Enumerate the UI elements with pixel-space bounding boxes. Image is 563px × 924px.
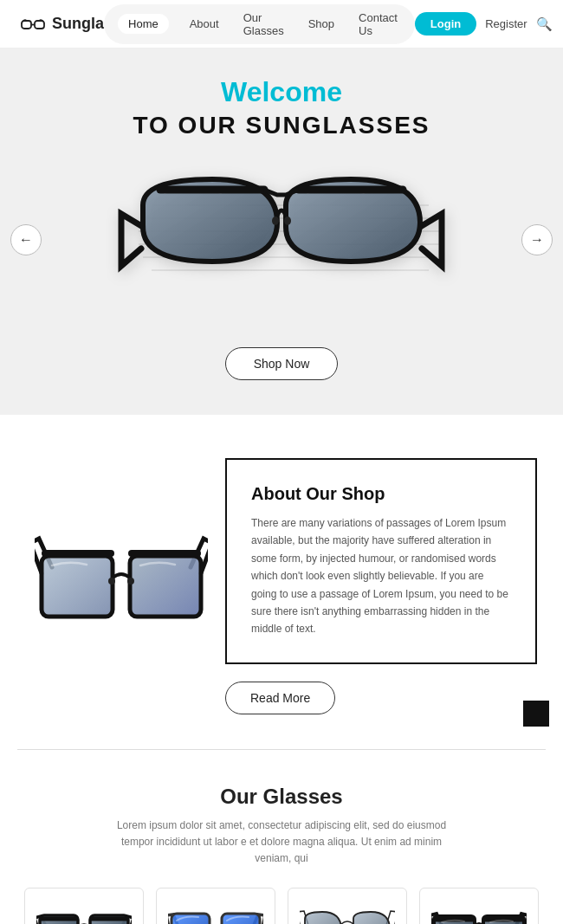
- about-glasses-image: [35, 517, 208, 656]
- glasses-section-subtitle: Lorem ipsum dolor sit amet, consectetur …: [108, 817, 455, 868]
- glasses-img-2: [168, 902, 263, 924]
- nav-contact[interactable]: Contact Us: [355, 10, 401, 39]
- about-text: There are many variations of passages of…: [251, 514, 511, 638]
- glasses-img-3: [300, 902, 395, 924]
- register-button[interactable]: Register: [485, 17, 527, 30]
- svg-point-13: [127, 578, 134, 585]
- about-corner-decoration: [523, 701, 549, 727]
- glasses-card-1[interactable]: $50 Sunglasses: [24, 888, 144, 924]
- login-button[interactable]: Login: [415, 12, 476, 36]
- about-glasses-area: [26, 517, 217, 656]
- logo[interactable]: Sungla: [21, 15, 104, 34]
- nav-right: Login Register 🔍: [415, 12, 553, 36]
- glasses-grid: $50 Sunglasses: [17, 888, 546, 924]
- hero-title-main: TO OUR SUNGLASSES: [133, 112, 430, 139]
- nav-home[interactable]: Home: [118, 14, 169, 34]
- glasses-section: Our Glasses Lorem ipsum dolor sit amet, …: [0, 759, 563, 924]
- glasses-img-1: [36, 902, 132, 924]
- nav-links: Home About Our Glasses Shop Contact Us: [104, 4, 415, 44]
- svg-point-9: [284, 216, 291, 225]
- hero-next-button[interactable]: →: [521, 224, 553, 255]
- hero-title-welcome: Welcome: [221, 76, 342, 108]
- glasses-section-title: Our Glasses: [17, 785, 546, 809]
- section-divider: [17, 749, 546, 750]
- hero-glasses-area: ← →: [0, 153, 563, 326]
- hero-glasses-image: [117, 162, 446, 318]
- glasses-card-3[interactable]: $50 Sunglasses: [288, 888, 407, 924]
- svg-point-8: [272, 216, 279, 225]
- nav-our-glasses[interactable]: Our Glasses: [240, 10, 288, 39]
- svg-rect-17: [222, 914, 260, 924]
- svg-point-12: [108, 578, 115, 585]
- read-more-button[interactable]: Read More: [225, 682, 335, 714]
- navbar: Sungla Home About Our Glasses Shop Conta…: [0, 0, 563, 48]
- logo-icon: [21, 15, 45, 34]
- svg-rect-1: [35, 21, 44, 29]
- hero-section: Welcome TO OUR SUNGLASSES: [0, 48, 563, 415]
- about-title: About Our Shop: [251, 484, 511, 504]
- shop-now-button[interactable]: Shop Now: [225, 347, 339, 380]
- nav-about[interactable]: About: [186, 16, 223, 32]
- glasses-img-4: [431, 902, 527, 924]
- about-box: About Our Shop There are many variations…: [225, 458, 537, 664]
- svg-rect-0: [22, 21, 31, 29]
- search-icon[interactable]: 🔍: [536, 16, 553, 32]
- glasses-card-4[interactable]: $50 Sunglasses: [419, 888, 539, 924]
- logo-text: Sungla: [52, 15, 104, 33]
- glasses-card-2[interactable]: $50 Sunglasses: [156, 888, 275, 924]
- nav-shop[interactable]: Shop: [305, 16, 338, 32]
- hero-prev-button[interactable]: ←: [10, 224, 42, 255]
- svg-rect-16: [171, 914, 210, 924]
- about-section: About Our Shop There are many variations…: [0, 415, 563, 740]
- about-content: About Our Shop There are many variations…: [217, 458, 537, 714]
